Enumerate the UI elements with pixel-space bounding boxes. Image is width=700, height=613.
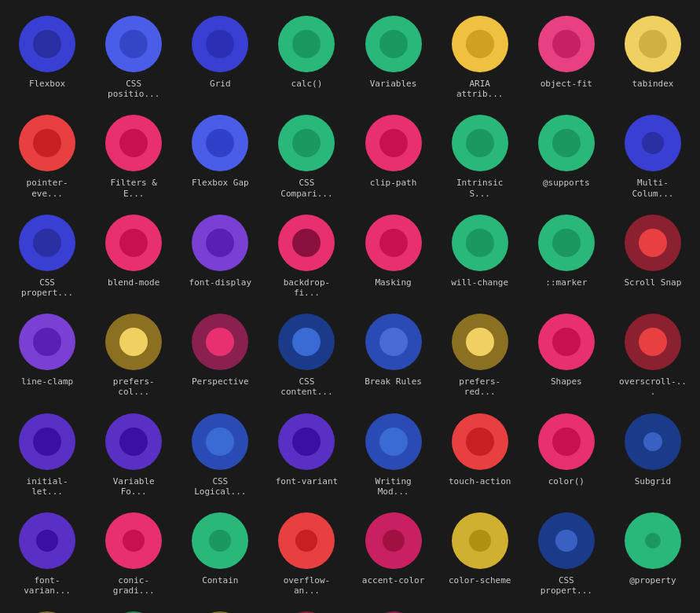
grid-item[interactable]: tabindex xyxy=(610,8,696,107)
circle-icon xyxy=(278,115,335,171)
circle-icon xyxy=(538,413,595,470)
grid-item[interactable]: font-varian... xyxy=(4,505,90,604)
grid-item[interactable]: CSS Logical... xyxy=(177,406,263,505)
item-label: Masking xyxy=(375,277,411,288)
grid-item[interactable]: backdrop-fi... xyxy=(263,207,350,306)
item-label: font-display xyxy=(189,277,251,288)
circle-icon xyxy=(625,215,681,271)
grid-item[interactable]: Perspective xyxy=(177,306,263,405)
item-label: clip-path xyxy=(370,178,417,188)
item-label: initial-let... xyxy=(12,476,82,497)
grid-item[interactable]: CSS positio... xyxy=(90,8,177,107)
item-label: Writing Mod... xyxy=(358,476,429,497)
grid-item[interactable]: Flexbox xyxy=(4,8,90,107)
grid-item[interactable]: ARIA attrib... xyxy=(437,8,523,107)
circle-icon xyxy=(105,16,162,72)
item-label: CSS positio... xyxy=(98,79,169,99)
grid-item[interactable]: calc() xyxy=(263,8,350,107)
grid-item[interactable]: Contain xyxy=(177,505,263,604)
grid-item[interactable]: CSS Houdini xyxy=(90,604,177,613)
grid-item[interactable]: will-change xyxy=(437,207,523,306)
grid-item[interactable]: Multi-Colum... xyxy=(610,107,696,206)
item-label: CSS Logical... xyxy=(185,476,255,497)
grid-item[interactable]: Filters & E... xyxy=(90,107,177,206)
grid-item[interactable]: object-fit xyxy=(523,8,610,107)
grid-item[interactable]: Masking xyxy=(350,207,437,306)
grid-item[interactable]: Flexbox Gap xyxy=(177,107,263,206)
items-grid: FlexboxCSS positio...Gridcalc()Variables… xyxy=(0,0,700,613)
circle-icon xyxy=(192,413,248,470)
grid-item[interactable]: Writing Mod... xyxy=(350,406,437,505)
grid-item[interactable]: conic-gradi... xyxy=(90,505,177,604)
grid-item[interactable]: Variable Fo... xyxy=(90,406,177,505)
circle-icon xyxy=(278,215,335,271)
item-label: Contain xyxy=(202,575,238,585)
item-label: CSS Compari... xyxy=(271,178,342,198)
item-label: backdrop-fi... xyxy=(271,277,342,298)
grid-item[interactable]: color-scheme xyxy=(437,505,523,604)
grid-item[interactable]: Break Rules xyxy=(350,306,437,405)
grid-item[interactable]: blend-mode xyxy=(90,207,177,306)
grid-item[interactable]: clip-path xyxy=(350,107,437,206)
circle-icon xyxy=(278,512,335,569)
grid-item[interactable]: Variables xyxy=(350,8,437,107)
circle-icon xyxy=(19,16,75,72)
grid-item[interactable]: @property xyxy=(610,505,696,604)
grid-item[interactable]: prefers-red... xyxy=(437,306,523,405)
circle-icon xyxy=(105,512,162,569)
grid-item[interactable]: Scroll Snap xyxy=(610,207,696,306)
circle-icon xyxy=(452,413,508,470)
grid-item[interactable]: pointer-eve... xyxy=(4,107,90,206)
item-label: Shapes xyxy=(551,376,582,387)
item-label: Variables xyxy=(370,79,417,89)
grid-item[interactable]: scroll-time... xyxy=(263,604,350,613)
item-label: Grid xyxy=(210,79,231,89)
circle-icon xyxy=(365,115,422,171)
grid-item[interactable]: touch-action xyxy=(437,406,523,505)
grid-item[interactable]: overflow-an... xyxy=(263,505,350,604)
grid-item[interactable]: initial-let... xyxy=(4,406,90,505)
circle-icon xyxy=(538,215,595,271)
circle-icon xyxy=(365,512,422,569)
grid-item[interactable]: CSS content... xyxy=(263,306,350,405)
grid-item[interactable]: prefers-red... xyxy=(4,604,90,613)
circle-icon xyxy=(538,115,595,171)
grid-item[interactable]: CSS propert... xyxy=(4,207,90,306)
item-label: Filters & E... xyxy=(98,178,169,198)
grid-item[interactable]: Subgrid xyxy=(610,406,696,505)
circle-icon xyxy=(278,314,335,370)
grid-item[interactable]: accent-color xyxy=(350,505,437,604)
grid-item[interactable]: Shapes xyxy=(523,306,610,405)
circle-icon xyxy=(538,16,595,72)
grid-item[interactable]: prefers-col... xyxy=(90,306,177,405)
grid-item[interactable]: ::marker xyxy=(523,207,610,306)
grid-item[interactable]: overscroll-... xyxy=(610,306,696,405)
item-label: color-scheme xyxy=(449,575,511,585)
circle-icon xyxy=(625,413,681,470)
grid-item[interactable]: CSS Compari... xyxy=(263,107,350,206)
circle-icon xyxy=(278,16,335,72)
grid-item[interactable]: CSS propert... xyxy=(523,505,610,604)
circle-icon xyxy=(19,314,75,370)
item-label: Multi-Colum... xyxy=(618,178,688,198)
grid-item[interactable]: color() xyxy=(523,406,610,505)
circle-icon xyxy=(105,215,162,271)
item-label: Perspective xyxy=(192,376,249,387)
circle-icon xyxy=(192,16,248,72)
circle-icon xyxy=(452,215,508,271)
grid-item[interactable]: font-display xyxy=(177,207,263,306)
grid-item[interactable]: @supports xyxy=(523,107,610,206)
circle-icon xyxy=(19,115,75,171)
item-label: font-variant xyxy=(276,476,338,486)
grid-item[interactable]: Intrinsic S... xyxy=(437,107,523,206)
grid-item[interactable]: color-contr... xyxy=(177,604,263,613)
circle-icon xyxy=(365,314,422,370)
item-label: accent-color xyxy=(362,575,424,585)
circle-icon xyxy=(192,215,248,271)
grid-item[interactable]: font-variant xyxy=(263,406,350,505)
item-label: will-change xyxy=(451,277,508,288)
grid-item[interactable]: line-clamp xyxy=(4,306,90,405)
grid-item[interactable]: color-gamut xyxy=(350,604,437,613)
item-label: prefers-col... xyxy=(98,376,169,397)
grid-item[interactable]: Grid xyxy=(177,8,263,107)
